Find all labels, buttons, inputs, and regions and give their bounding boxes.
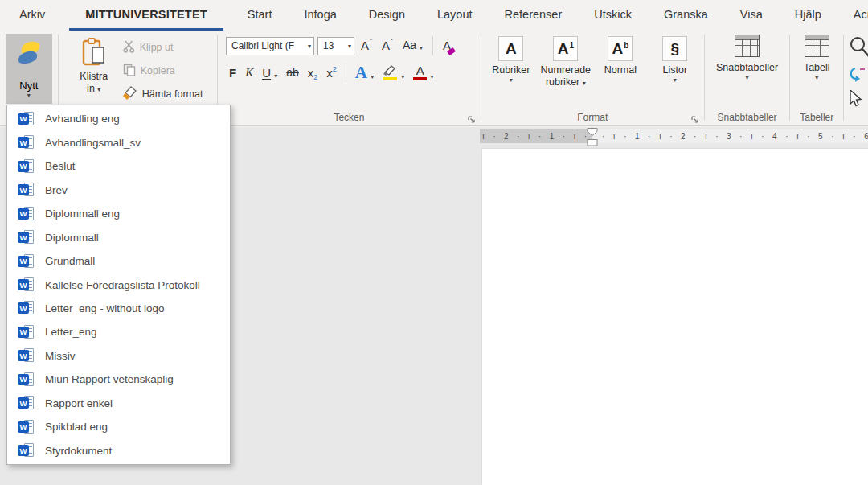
- horizontal-ruler[interactable]: ı·2·ı·1·ı· ·ı·1·ı·2·ı·3·ı·4·ı·5·ı·6: [480, 129, 868, 143]
- font-size-value: 13: [323, 40, 334, 51]
- nytt-button[interactable]: Nytt: [6, 34, 52, 104]
- format-painter-button[interactable]: Hämta format: [123, 85, 203, 103]
- dropdown-item[interactable]: W Avhandling eng: [7, 107, 230, 130]
- tab-layout[interactable]: Layout: [421, 2, 489, 31]
- dropdown-item-label: Styrdokument: [45, 445, 112, 457]
- dropdown-item[interactable]: W Diplommall eng: [7, 202, 230, 225]
- tab-utskick[interactable]: Utskick: [578, 2, 648, 31]
- tab-arkiv[interactable]: Arkiv: [3, 2, 61, 31]
- superscript-button[interactable]: x2: [323, 64, 340, 83]
- font-size-combobox[interactable]: 13: [317, 37, 354, 55]
- ribbon-tab-bar: Arkiv MITTUNIVERSITETET Start Infoga Des…: [0, 0, 868, 31]
- tables-group-label: Tabeller: [790, 112, 843, 123]
- font-size-arrow-icon: [346, 43, 351, 50]
- tab-referenser[interactable]: Referenser: [489, 2, 579, 31]
- format-dialog-launcher[interactable]: [690, 113, 700, 122]
- underline-button[interactable]: U: [259, 64, 280, 83]
- dropdown-item-label: Missiv: [45, 350, 76, 362]
- dropdown-item[interactable]: W Miun Rapport vetenskaplig: [7, 368, 230, 391]
- headings-icon: A: [498, 36, 523, 61]
- word-template-icon: W: [18, 420, 35, 434]
- dropdown-item[interactable]: W Styrdokument: [7, 439, 230, 462]
- dropdown-item[interactable]: W Kallelse Föredragslista Protokoll: [7, 273, 230, 296]
- font-color-button[interactable]: A: [410, 64, 436, 84]
- dropdown-item-label: Brev: [45, 184, 68, 196]
- dropdown-item[interactable]: W Missiv: [7, 344, 230, 368]
- clipboard-paste-icon: [82, 38, 106, 71]
- tab-infoga[interactable]: Infoga: [288, 2, 352, 31]
- dropdown-item[interactable]: W Letter_eng: [7, 320, 230, 343]
- tab-visa[interactable]: Visa: [724, 2, 779, 31]
- search-icon[interactable]: [849, 35, 868, 61]
- word-template-icon: W: [18, 159, 35, 174]
- ruler-margin-ticks: ı·2·ı·1·ı·: [482, 129, 587, 143]
- translate-icon[interactable]: [849, 66, 868, 87]
- dropdown-item-label: Kallelse Föredragslista Protokoll: [45, 279, 200, 291]
- dropdown-item-label: Grundmall: [45, 255, 95, 267]
- dropdown-item[interactable]: W Grundmall: [7, 249, 230, 273]
- dropdown-item[interactable]: W Avhandlingsmall_sv: [7, 130, 230, 154]
- tab-granska[interactable]: Granska: [648, 2, 724, 31]
- tab-start[interactable]: Start: [231, 2, 289, 31]
- dropdown-item-label: Letter_eng - without logo: [45, 302, 165, 314]
- dropdown-item-label: Letter_eng: [45, 326, 97, 338]
- bold-button[interactable]: F: [226, 64, 240, 83]
- mini-separator: [346, 64, 346, 83]
- quick-tables-group-label: Snabbtabeller: [705, 112, 790, 123]
- tab-acrobat[interactable]: Acrobat: [837, 2, 868, 31]
- clear-formatting-button[interactable]: A: [440, 37, 454, 55]
- mittuniversitetet-logo-icon: [12, 39, 46, 76]
- dropdown-item-label: Miun Rapport vetenskaplig: [45, 373, 174, 385]
- dropdown-item[interactable]: W Brev: [7, 178, 230, 201]
- dropdown-item[interactable]: W Rapport enkel: [7, 392, 230, 415]
- grow-font-button[interactable]: Aˆ: [358, 37, 375, 55]
- cut-label: Klipp ut: [140, 42, 174, 53]
- dropdown-item[interactable]: W Letter_eng - without logo: [7, 297, 230, 320]
- copy-button[interactable]: Kopiera: [123, 62, 203, 80]
- paste-label-line2: in: [87, 83, 100, 95]
- shrink-font-button[interactable]: Aˇ: [379, 37, 396, 55]
- subscript-button[interactable]: x2: [305, 64, 321, 83]
- paste-dropdown-arrow-icon: [97, 86, 100, 93]
- highlight-color-button[interactable]: [379, 64, 407, 84]
- word-template-icon: W: [18, 348, 35, 363]
- cut-button[interactable]: Klipp ut: [123, 39, 203, 56]
- word-template-icon: W: [18, 443, 35, 458]
- nytt-dropdown-arrow-icon: [27, 92, 31, 99]
- font-dialog-launcher[interactable]: [467, 113, 477, 122]
- font-family-arrow-icon: [305, 43, 311, 50]
- scissors-icon: [123, 40, 135, 55]
- nytt-dropdown-menu: W Avhandling eng W Avhandlingsmall_sv W …: [6, 105, 231, 465]
- change-case-button[interactable]: Aa: [399, 37, 426, 55]
- paste-label-line1: Klistra: [80, 71, 108, 83]
- italic-button[interactable]: K: [242, 64, 256, 83]
- listor-arrow-icon: [674, 76, 677, 84]
- dropdown-item[interactable]: W Beslut: [7, 154, 230, 178]
- document-page[interactable]: [482, 149, 868, 485]
- dropdown-item[interactable]: W Spikblad eng: [7, 415, 230, 438]
- dropdown-item[interactable]: W Diplommall: [7, 225, 230, 249]
- paste-button[interactable]: Klistra in: [68, 34, 120, 106]
- copy-label: Kopiera: [141, 65, 175, 76]
- text-effects-arrow-icon: [371, 73, 374, 80]
- tab-hjalp[interactable]: Hjälp: [779, 2, 837, 31]
- word-template-icon: W: [18, 277, 35, 292]
- word-template-icon: W: [18, 183, 35, 197]
- text-effects-button[interactable]: A: [352, 63, 377, 84]
- tabell-button[interactable]: Tabell: [790, 31, 843, 81]
- format-painter-label: Hämta format: [142, 88, 203, 100]
- snabbtabeller-arrow-icon: [746, 74, 749, 81]
- strikethrough-button[interactable]: ab: [283, 64, 302, 82]
- word-template-icon: W: [18, 254, 35, 269]
- font-family-combobox[interactable]: Calibri Light (F: [226, 37, 314, 55]
- dropdown-item-label: Diplommall eng: [45, 208, 120, 220]
- ribbon-right-edge: [844, 31, 868, 125]
- indent-marker[interactable]: [587, 128, 598, 150]
- underline-arrow-icon: [274, 72, 277, 80]
- select-cursor-icon[interactable]: [849, 90, 863, 108]
- font-group-label: Tecken: [218, 112, 481, 123]
- tab-mittuniversitetet[interactable]: MITTUNIVERSITETET: [69, 2, 223, 31]
- word-template-icon: W: [18, 325, 35, 339]
- snabbtabeller-button[interactable]: Snabbtabeller: [705, 31, 790, 81]
- tab-design[interactable]: Design: [353, 2, 421, 31]
